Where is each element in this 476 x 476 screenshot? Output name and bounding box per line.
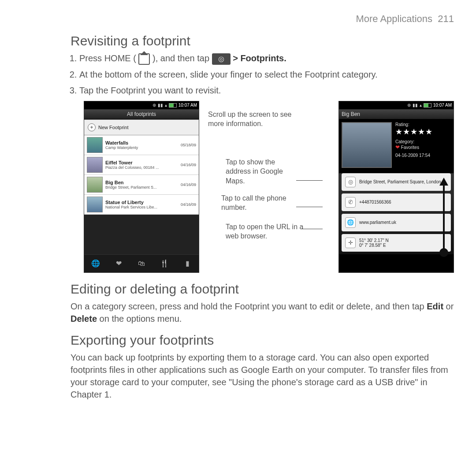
address-row[interactable]: ◎ Bridge Street, Parliament Square, Lond… — [342, 173, 451, 191]
url-value: www.parliament.uk — [359, 220, 396, 225]
category-label: Category: — [395, 139, 451, 144]
phone-value: +448701566366 — [359, 200, 391, 205]
tab-other-icon[interactable]: ▮ — [176, 255, 199, 272]
gps-icon: ⊕ — [407, 103, 411, 108]
scroll-up-arrow — [439, 178, 448, 253]
phone-icon: ✆ — [345, 197, 356, 208]
list-item[interactable]: Statue of Liberty National Park Services… — [84, 195, 199, 215]
tab-shopping-icon[interactable]: 🛍 — [130, 255, 153, 272]
callouts-column: Scroll up the screen to see more informa… — [208, 101, 330, 273]
phone-row[interactable]: ✆ +448701566366 — [342, 193, 451, 211]
signal-icon: ▮▮ — [413, 103, 418, 108]
item-title: Big Ben — [105, 180, 178, 185]
footprint-list: Waterfalls Camp Waterplenty 05/18/09 Eif… — [84, 135, 199, 215]
callout-phone: Tap to call the phone number. — [221, 193, 296, 212]
item-date: 04/16/09 — [181, 182, 196, 187]
screenshot-footprints-list: ⊕ ▮▮ ▴ 10:07 AM All footprints + New Foo… — [84, 101, 199, 273]
heading-revisit: Revisiting a footprint — [71, 33, 454, 48]
detail-photo — [342, 122, 392, 168]
connector-line — [296, 207, 323, 207]
item-title: Statue of Liberty — [105, 200, 178, 205]
list-item[interactable]: Big Ben Bridge Street, Parliament S... 0… — [84, 175, 199, 195]
section-name: More Applications — [356, 13, 432, 24]
category-tab-bar[interactable]: 🌐 ❤ 🛍 🍴 ▮ — [84, 254, 199, 272]
thumbnail-icon — [87, 157, 103, 173]
wifi-icon: ▴ — [420, 103, 422, 108]
battery-icon — [424, 103, 431, 108]
heading-edit: Editing or deleting a footprint — [71, 282, 454, 297]
page-number: 211 — [438, 13, 454, 24]
url-row[interactable]: 🌐 www.parliament.uk — [342, 214, 451, 231]
home-icon — [138, 53, 150, 65]
item-subtitle: Camp Waterplenty — [105, 145, 178, 150]
step-1: Press HOME ( ), and then tap ◎ > Footpri… — [79, 52, 454, 65]
plus-icon: + — [88, 123, 96, 131]
callout-scroll: Scroll up the screen to see more informa… — [208, 110, 296, 129]
rating-stars: ★★★★★ — [395, 127, 451, 137]
launcher-icon: ◎ — [212, 53, 231, 65]
new-footprint-button[interactable]: + New Footprint — [84, 119, 199, 135]
edit-body: On a category screen, press and hold the… — [71, 300, 454, 325]
signal-icon: ▮▮ — [158, 103, 163, 108]
connector-line — [301, 229, 323, 229]
thumbnail-icon — [87, 177, 103, 193]
wifi-icon: ▴ — [165, 103, 167, 108]
item-date: 04/16/09 — [181, 163, 196, 167]
status-bar: ⊕ ▮▮ ▴ 10:07 AM — [339, 101, 454, 109]
map-marker-icon: ◎ — [345, 177, 356, 187]
list-item[interactable]: Eiffel Tower Piazza del Colosseo, 00184 … — [84, 155, 199, 175]
detail-timestamp: 04-16-2009 17:54 — [395, 153, 451, 158]
new-footprint-label: New Footprint — [98, 125, 128, 130]
item-title: Eiffel Tower — [105, 160, 178, 165]
tab-globe-icon[interactable]: 🌐 — [84, 255, 107, 272]
export-body: You can back up footprints by exporting … — [71, 351, 454, 401]
step-3: Tap the Footprint you want to revisit. — [79, 84, 454, 97]
step-2: At the bottom of the screen, slide your … — [79, 68, 454, 81]
list-item[interactable]: Waterfalls Camp Waterplenty 05/18/09 — [84, 135, 199, 155]
item-date: 05/18/09 — [181, 143, 196, 147]
crosshair-icon: ✛ — [345, 238, 356, 248]
rating-label: Rating: — [395, 122, 451, 127]
connector-line — [296, 180, 323, 181]
list-blank-area — [84, 215, 199, 254]
tab-favorites-icon[interactable]: ❤ — [107, 255, 130, 272]
tab-dining-icon[interactable]: 🍴 — [153, 255, 176, 272]
address-value: Bridge Street, Parliament Square, London — [359, 179, 441, 184]
footprints-path: > Footprints. — [233, 53, 286, 63]
item-subtitle: Piazza del Colosseo, 00184 ... — [105, 165, 178, 170]
item-date: 04/16/09 — [181, 202, 196, 207]
detail-meta: Rating: ★★★★★ Category: ❤ Favorites 04-1… — [394, 119, 454, 171]
battery-icon — [169, 103, 177, 108]
item-subtitle: Bridge Street, Parliament S... — [105, 185, 178, 190]
status-time: 10:07 AM — [433, 103, 452, 108]
heart-icon: ❤ — [395, 144, 400, 150]
coords-value: 51° 30' 2.17" N 0° 7' 28.58" E — [359, 238, 389, 248]
callout-maps: Tap to show the address in Google Maps. — [226, 157, 301, 186]
status-time: 10:07 AM — [178, 103, 197, 108]
screenshot-footprint-detail: ⊕ ▮▮ ▴ 10:07 AM Big Ben Rating: ★★★★★ Ca… — [338, 101, 454, 273]
item-title: Waterfalls — [105, 140, 178, 145]
heading-export: Exporting your footprints — [71, 333, 454, 348]
gps-icon: ⊕ — [152, 103, 156, 108]
thumbnail-icon — [87, 137, 103, 153]
screen-title: All footprints — [84, 109, 199, 119]
category-value: ❤ Favorites — [395, 144, 451, 150]
coords-row[interactable]: ✛ 51° 30' 2.17" N 0° 7' 28.58" E — [342, 234, 451, 252]
item-subtitle: National Park Services Libe... — [105, 205, 178, 209]
thumbnail-icon — [87, 197, 103, 212]
status-bar: ⊕ ▮▮ ▴ 10:07 AM — [84, 101, 199, 109]
detail-title: Big Ben — [339, 109, 454, 119]
running-header: More Applications 211 — [71, 13, 454, 25]
callout-url: Tap to open the URL in a web browser. — [226, 222, 305, 241]
globe-icon: 🌐 — [345, 217, 356, 228]
